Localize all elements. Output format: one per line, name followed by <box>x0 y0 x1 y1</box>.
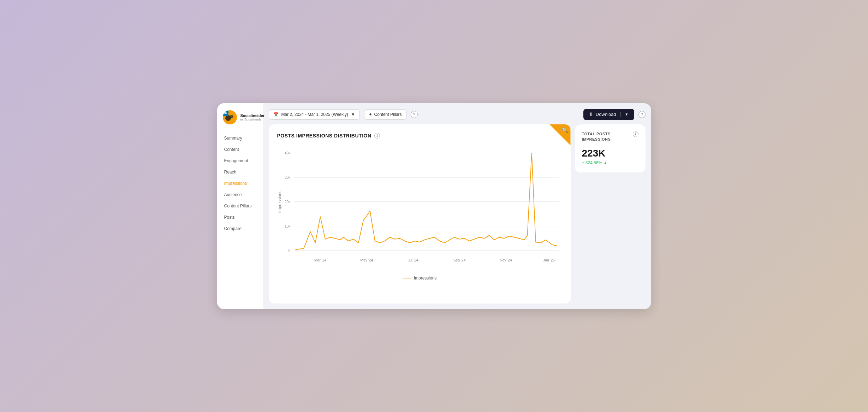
download-btn-divider <box>620 112 621 117</box>
content-pillars-label: Content Pillars <box>374 112 402 117</box>
svg-text:Jul '24: Jul '24 <box>408 258 418 262</box>
sidebar-item-reach[interactable]: Reach <box>219 167 262 177</box>
trend-up-icon: ▲ <box>603 160 607 165</box>
download-chevron-icon: ▼ <box>625 112 629 116</box>
header-help-icon[interactable]: ? <box>411 111 418 118</box>
chart-legend: Impressions <box>277 276 562 281</box>
sidebar-item-summary[interactable]: Summary <box>219 133 262 143</box>
chart-info-icon[interactable]: ℹ <box>374 133 380 139</box>
content-pillars-button[interactable]: ✦ Content Pillars <box>364 109 406 120</box>
svg-text:30k: 30k <box>284 175 290 179</box>
content-area: 🔍 POSTS IMPRESSIONS DISTRIBUTION ℹ <box>269 124 646 304</box>
sidebar-item-audience[interactable]: Audience <box>219 189 262 200</box>
chart-panel: 🔍 POSTS IMPRESSIONS DISTRIBUTION ℹ <box>269 124 571 304</box>
date-filter-chevron: ▼ <box>351 112 355 117</box>
sidebar-item-impressions[interactable]: Impressions <box>219 178 262 189</box>
stat-card-value: 223K <box>582 148 638 159</box>
filter-icon: ✦ <box>369 112 372 117</box>
svg-text:20k: 20k <box>284 199 290 204</box>
chart-title: POSTS IMPRESSIONS DISTRIBUTION <box>277 133 371 139</box>
svg-text:Sep '24: Sep '24 <box>453 258 465 262</box>
stat-card-title: TOTAL POSTS IMPRESSIONS <box>582 131 630 142</box>
header-bar: 📅 Mar 2, 2024 - Mar 1, 2025 (Weekly) ▼ ✦… <box>269 109 646 120</box>
svg-text:Jan '25: Jan '25 <box>543 258 554 262</box>
logo-text: Socialinsider in /Socialinsider <box>240 113 264 121</box>
sidebar: in Socialinsider in /Socialinsider Summa… <box>217 103 263 309</box>
sidebar-item-content-pillars[interactable]: Content Pillars <box>219 201 262 211</box>
sidebar-logo: in Socialinsider in /Socialinsider <box>217 110 263 133</box>
svg-text:Mar '24: Mar '24 <box>314 258 326 262</box>
legend-line <box>403 278 411 278</box>
main-content: 📅 Mar 2, 2024 - Mar 1, 2025 (Weekly) ▼ ✦… <box>263 103 651 309</box>
chart-wrapper: 40k 30k 20k 10k 0 Impressions Mar '24 Ma… <box>277 146 562 273</box>
download-icon: ⬇ <box>589 112 593 117</box>
svg-text:Nov '24: Nov '24 <box>500 258 512 262</box>
sidebar-item-content[interactable]: Content <box>219 144 262 155</box>
logo-subtitle: in /Socialinsider <box>240 118 264 121</box>
sidebar-item-posts[interactable]: Posts <box>219 212 262 223</box>
svg-text:May '24: May '24 <box>360 258 373 262</box>
stats-panel: TOTAL POSTS IMPRESSIONS ℹ 223K + 324.58%… <box>575 124 646 304</box>
download-button[interactable]: ⬇ Download ▼ <box>583 109 634 120</box>
svg-text:Impressions: Impressions <box>278 190 281 212</box>
logo-title: Socialinsider <box>240 113 264 118</box>
linkedin-badge: in <box>223 110 228 116</box>
svg-text:40k: 40k <box>284 151 290 155</box>
stat-info-icon[interactable]: ℹ <box>633 131 638 137</box>
svg-text:10k: 10k <box>284 224 290 228</box>
calendar-icon: 📅 <box>273 112 279 117</box>
svg-point-2 <box>230 115 233 118</box>
app-container: in Socialinsider in /Socialinsider Summa… <box>217 103 651 309</box>
legend-label: Impressions <box>414 276 437 281</box>
change-value: + 324.58% <box>582 160 602 165</box>
date-filter-button[interactable]: 📅 Mar 2, 2024 - Mar 1, 2025 (Weekly) ▼ <box>269 109 360 120</box>
svg-text:0: 0 <box>288 248 290 253</box>
nav-items: Summary Content Engagement Reach Impress… <box>217 133 263 234</box>
sidebar-item-compare[interactable]: Compare <box>219 223 262 234</box>
impressions-chart: 40k 30k 20k 10k 0 Impressions Mar '24 Ma… <box>277 146 562 273</box>
download-label: Download <box>596 112 616 117</box>
download-help-icon[interactable]: ? <box>638 111 646 118</box>
chart-title-row: POSTS IMPRESSIONS DISTRIBUTION ℹ <box>277 133 562 139</box>
stat-card-change: + 324.58% ▲ <box>582 160 638 165</box>
total-impressions-card: TOTAL POSTS IMPRESSIONS ℹ 223K + 324.58%… <box>575 124 646 173</box>
logo-icon: in <box>223 110 237 124</box>
sidebar-item-engagement[interactable]: Engagement <box>219 155 262 166</box>
date-filter-label: Mar 2, 2024 - Mar 1, 2025 (Weekly) <box>281 112 348 117</box>
search-corner-icon: 🔍 <box>562 127 568 133</box>
